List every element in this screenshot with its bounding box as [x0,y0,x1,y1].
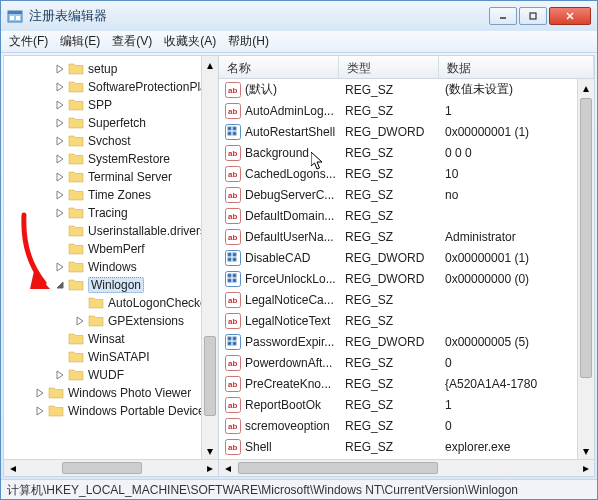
folder-icon [68,169,88,186]
expander-closed-icon[interactable] [34,387,46,399]
scroll-right-icon[interactable]: ▸ [201,460,218,477]
value-type-cell: REG_DWORD [339,251,439,265]
value-name-cell: ReportBootOk [219,397,339,413]
svg-rect-3 [16,16,20,20]
scrollbar-thumb[interactable] [238,462,438,474]
list-row[interactable]: DefaultUserNa...REG_SZAdministrator [219,226,594,247]
tree-item[interactable]: GPExtensions [4,312,218,330]
list-row[interactable]: ShellREG_SZexplorer.exe [219,436,594,457]
list-row[interactable]: CachedLogons...REG_SZ10 [219,163,594,184]
list-row[interactable]: ReportBootOkREG_SZ1 [219,394,594,415]
value-data-cell: 0 0 0 [439,146,569,160]
tree-item[interactable]: WUDF [4,366,218,384]
tree-item-label: Terminal Server [88,170,172,184]
expander-closed-icon[interactable] [54,135,66,147]
tree-item[interactable]: Time Zones [4,186,218,204]
expander-closed-icon[interactable] [54,261,66,273]
scroll-left-icon[interactable]: ◂ [219,460,236,477]
value-name: PreCreateKno... [245,377,331,391]
list-row[interactable]: PasswordExpir...REG_DWORD0x00000005 (5) [219,331,594,352]
list-row[interactable]: PowerdownAft...REG_SZ0 [219,352,594,373]
tree-item[interactable]: SoftwareProtectionPla [4,78,218,96]
value-data-cell: 0x00000001 (1) [439,125,569,139]
scroll-down-icon[interactable]: ▾ [202,442,218,459]
scroll-up-icon[interactable]: ▴ [578,79,594,96]
expander-closed-icon[interactable] [54,171,66,183]
tree-item[interactable]: SystemRestore [4,150,218,168]
list-row[interactable]: DefaultDomain...REG_SZ [219,205,594,226]
list-row[interactable]: DebugServerC...REG_SZno [219,184,594,205]
expander-closed-icon[interactable] [54,189,66,201]
expander-closed-icon[interactable] [54,369,66,381]
value-data-cell: 10 [439,167,569,181]
list-v-scrollbar[interactable]: ▴ ▾ [577,79,594,459]
folder-icon [68,61,88,78]
tree-view[interactable]: setupSoftwareProtectionPlaSPPSuperfetchS… [4,56,218,459]
tree-v-scrollbar[interactable]: ▴ ▾ [201,56,218,459]
value-data-cell: (数值未设置) [439,81,569,98]
expander-closed-icon[interactable] [34,405,46,417]
expander-closed-icon[interactable] [54,99,66,111]
scroll-left-icon[interactable]: ◂ [4,460,21,477]
tree-item[interactable]: Winsat [4,330,218,348]
menu-view[interactable]: 查看(V) [112,33,152,50]
scrollbar-thumb[interactable] [580,98,592,378]
menu-edit[interactable]: 编辑(E) [60,33,100,50]
list-row[interactable]: AutoRestartShellREG_DWORD0x00000001 (1) [219,121,594,142]
scroll-down-icon[interactable]: ▾ [578,442,594,459]
tree-item[interactable]: Svchost [4,132,218,150]
list-row[interactable]: BackgroundREG_SZ0 0 0 [219,142,594,163]
tree-item[interactable]: Tracing [4,204,218,222]
list-row[interactable]: AutoAdminLog...REG_SZ1 [219,100,594,121]
expander-open-icon[interactable] [54,279,66,291]
list-row[interactable]: DisableCADREG_DWORD0x00000001 (1) [219,247,594,268]
reg-dword-icon [225,250,241,266]
scroll-up-icon[interactable]: ▴ [202,56,218,73]
title-bar[interactable]: 注册表编辑器 [1,1,597,31]
list-row[interactable]: scremoveoptionREG_SZ0 [219,415,594,436]
tree-item[interactable]: Userinstallable.drivers [4,222,218,240]
tree-item[interactable]: Winlogon [4,276,218,294]
expander-closed-icon[interactable] [54,117,66,129]
maximize-button[interactable] [519,7,547,25]
list-row[interactable]: (默认)REG_SZ(数值未设置) [219,79,594,100]
column-name[interactable]: 名称 [219,56,339,78]
tree-item[interactable]: Windows Photo Viewer [4,384,218,402]
scrollbar-thumb[interactable] [204,336,216,416]
tree-item[interactable]: Windows [4,258,218,276]
list-row[interactable]: PreCreateKno...REG_SZ{A520A1A4-1780 [219,373,594,394]
scrollbar-thumb[interactable] [62,462,142,474]
tree-item[interactable]: WinSATAPI [4,348,218,366]
scroll-right-icon[interactable]: ▸ [577,460,594,477]
folder-icon [68,349,88,366]
close-button[interactable] [549,7,591,25]
column-type[interactable]: 类型 [339,56,439,78]
list-view[interactable]: (默认)REG_SZ(数值未设置)AutoAdminLog...REG_SZ1A… [219,79,594,459]
value-name: DebugServerC... [245,188,334,202]
tree-item[interactable]: Terminal Server [4,168,218,186]
column-data[interactable]: 数据 [439,56,594,78]
menu-file[interactable]: 文件(F) [9,33,48,50]
tree-item[interactable]: SPP [4,96,218,114]
folder-icon [68,205,88,222]
list-row[interactable]: LegalNoticeCa...REG_SZ [219,289,594,310]
tree-item[interactable]: AutoLogonChecke [4,294,218,312]
list-h-scrollbar[interactable]: ◂ ▸ [219,459,594,476]
expander-closed-icon[interactable] [54,153,66,165]
expander-closed-icon[interactable] [74,315,86,327]
value-name: LegalNoticeCa... [245,293,334,307]
list-row[interactable]: ForceUnlockLo...REG_DWORD0x00000000 (0) [219,268,594,289]
menu-favorites[interactable]: 收藏夹(A) [164,33,216,50]
expander-closed-icon[interactable] [54,63,66,75]
tree-item[interactable]: Superfetch [4,114,218,132]
svg-rect-2 [10,16,14,20]
list-row[interactable]: LegalNoticeTextREG_SZ [219,310,594,331]
expander-closed-icon[interactable] [54,81,66,93]
tree-h-scrollbar[interactable]: ◂ ▸ [4,459,218,476]
tree-item[interactable]: setup [4,60,218,78]
menu-help[interactable]: 帮助(H) [228,33,269,50]
tree-item[interactable]: WbemPerf [4,240,218,258]
minimize-button[interactable] [489,7,517,25]
expander-closed-icon[interactable] [54,207,66,219]
tree-item[interactable]: Windows Portable Devices [4,402,218,420]
